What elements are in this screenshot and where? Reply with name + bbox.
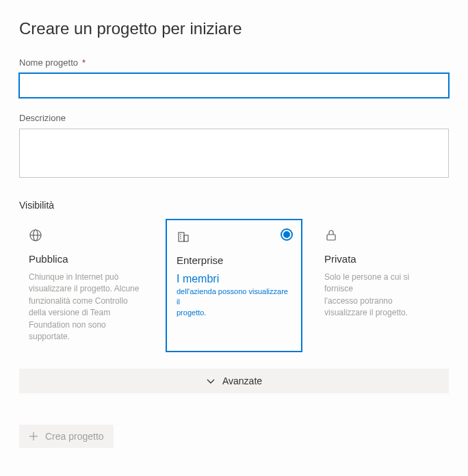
globe-icon [29,228,42,242]
visibility-enterprise-sub2: progetto. [177,308,291,318]
visibility-option-private[interactable]: Privata Solo le persone a cui si fornisc… [315,219,449,352]
page-title: Creare un progetto per iniziare [19,19,449,38]
building-icon [177,230,190,243]
advanced-toggle[interactable]: Avanzate [19,369,449,393]
project-name-label-text: Nome progetto [19,57,78,68]
create-project-button[interactable]: Crea progetto [19,425,114,448]
advanced-label: Avanzate [222,375,262,386]
visibility-enterprise-title: Enterprise [177,254,291,266]
create-project-label: Crea progetto [45,431,104,442]
radio-selected-icon [281,228,293,241]
chevron-down-icon [206,376,216,386]
visibility-public-desc: Chiunque in Internet può visualizzare il… [29,272,144,343]
required-indicator: * [82,57,86,68]
visibility-enterprise-sub1: dell'azienda possono visualizzare il [177,287,291,308]
description-input[interactable] [19,129,449,178]
visibility-option-public[interactable]: Pubblica Chiunque in Internet può visual… [19,219,153,352]
visibility-option-enterprise[interactable]: Enterprise I membri dell'azienda possono… [166,219,302,352]
visibility-enterprise-highlight: I membri [177,273,291,285]
visibility-public-title: Pubblica [29,253,144,265]
svg-rect-4 [184,235,188,241]
project-name-label: Nome progetto * [19,57,449,68]
svg-rect-8 [327,235,335,240]
visibility-private-title: Privata [324,253,439,265]
description-label: Descrizione [19,113,449,123]
lock-icon [324,228,338,242]
visibility-options: Pubblica Chiunque in Internet può visual… [19,219,449,352]
visibility-private-desc: Solo le persone a cui si fornisce l'acce… [324,272,439,319]
visibility-label: Visibilità [19,200,449,211]
plus-icon [29,432,38,441]
project-name-input[interactable] [19,73,449,98]
